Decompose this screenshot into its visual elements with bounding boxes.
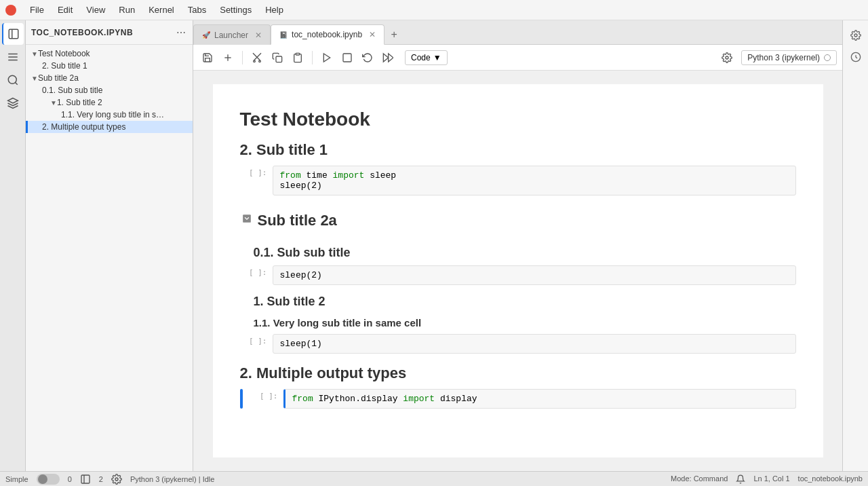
heading-sub-sub-title: 0.1. Sub sub title <box>240 246 796 260</box>
sidebar-actions: ⋯ <box>175 26 187 39</box>
toolbar-sep-2 <box>312 51 313 64</box>
activity-bar <box>0 20 26 471</box>
simple-toggle[interactable] <box>37 474 60 485</box>
svg-rect-16 <box>343 54 351 62</box>
menu-settings[interactable]: Settings <box>214 3 257 16</box>
notebook: Test Notebook 2. Sub title 1 [ ]: from t… <box>193 71 842 471</box>
svg-line-11 <box>254 53 261 60</box>
code-cell-4: [ ]: from IPython.display import display <box>240 389 796 409</box>
sidebar: TOC_NOTEBOOK.IPYNB ⋯ ▼ Test Notebook 2. … <box>26 20 193 471</box>
copy-button[interactable] <box>269 49 286 67</box>
cell-type-label: Code <box>411 53 431 62</box>
menu-file[interactable]: File <box>24 3 50 16</box>
status-icon-2 <box>111 474 122 485</box>
cell-input-3[interactable]: sleep(1) <box>273 334 796 354</box>
heading-very-long: 1.1. Very long sub title in same cell <box>240 317 796 329</box>
heading-row-sub-title-2a: Sub title 2a <box>240 201 796 236</box>
heading-sub-title-2a: Sub title 2a <box>258 212 337 229</box>
svg-rect-22 <box>81 475 90 483</box>
toc-item-test-notebook[interactable]: ▼ Test Notebook <box>26 48 193 60</box>
toc-label-sub-title-1: 2. Sub title 1 <box>42 61 87 71</box>
save-button[interactable] <box>199 49 216 67</box>
tab-launcher-label: Launcher <box>214 31 248 40</box>
activity-extensions[interactable] <box>2 92 24 114</box>
cell-type-select[interactable]: Code ▼ <box>405 50 448 65</box>
cell-input-1[interactable]: from time import sleepsleep(2) <box>273 166 796 195</box>
collapse-marker-sub-title-2a[interactable] <box>240 212 254 225</box>
svg-marker-18 <box>383 54 388 62</box>
toc-label-very-long: 1.1. Very long sub title in s… <box>61 110 164 119</box>
menu-edit[interactable]: Edit <box>52 3 78 16</box>
kw-import-1: import <box>333 170 365 181</box>
toc-item-sub-sub-title[interactable]: 0.1. Sub sub title <box>26 84 193 96</box>
svg-rect-0 <box>9 29 18 39</box>
notebook-tab-icon: 📓 <box>279 31 288 39</box>
cell-prompt-3: [ ]: <box>240 334 267 345</box>
svg-marker-17 <box>389 54 393 62</box>
run-button[interactable] <box>318 49 336 67</box>
kernel-status-dot <box>824 54 831 61</box>
code-cell-3: [ ]: sleep(1) <box>240 334 796 354</box>
toc-item-sub-title-1[interactable]: 2. Sub title 1 <box>26 60 193 72</box>
sidebar-menu-btn[interactable]: ⋯ <box>175 26 187 39</box>
mode-cmd: Mode: Command <box>671 474 728 484</box>
menu-help[interactable]: Help <box>260 3 289 16</box>
toolbar: Code ▼ Python 3 (ipykernel) <box>193 45 842 71</box>
toc-item-very-long[interactable]: 1.1. Very long sub title in s… <box>26 109 193 121</box>
activity-toc[interactable] <box>2 46 24 68</box>
menu-run[interactable]: Run <box>113 3 140 16</box>
heading-multiple-output: 2. Multiple output types <box>240 364 796 382</box>
cell-type-container: Code ▼ <box>405 50 448 65</box>
cut-button[interactable] <box>248 49 266 67</box>
zero-label: 0 <box>68 475 72 483</box>
svg-point-24 <box>115 478 118 481</box>
kw-import-4: import <box>403 394 435 404</box>
status-filename: toc_notebook.ipynb <box>798 474 863 484</box>
stop-button[interactable] <box>338 49 356 67</box>
debugger-icon[interactable] <box>846 48 865 67</box>
kernel-settings-icon[interactable] <box>718 49 736 67</box>
toc-item-multiple-output[interactable]: 2. Multiple output types <box>26 121 193 133</box>
restart-run-button[interactable] <box>379 49 397 67</box>
property-inspector-icon[interactable] <box>846 26 865 45</box>
svg-point-10 <box>259 60 261 62</box>
code-cell-2: [ ]: sleep(2) <box>240 265 796 285</box>
notebook-content: Test Notebook 2. Sub title 1 [ ]: from t… <box>213 84 823 457</box>
heading-sub-title-1: 2. Sub title 1 <box>240 141 796 159</box>
collapse-arrow-sub-title-2a: ▼ <box>31 75 38 82</box>
svg-line-12 <box>253 53 260 60</box>
svg-rect-20 <box>243 214 251 223</box>
tab-launcher-close[interactable]: ✕ <box>255 31 262 40</box>
menubar: File Edit View Run Kernel Tabs Settings … <box>0 0 868 20</box>
restart-button[interactable] <box>359 49 376 67</box>
svg-point-19 <box>726 56 728 59</box>
activity-search[interactable] <box>2 69 24 91</box>
new-tab-button[interactable]: + <box>384 25 403 44</box>
svg-rect-14 <box>296 53 299 55</box>
tab-toc-notebook[interactable]: 📓 toc_notebook.ipynb ✕ <box>271 24 384 45</box>
svg-line-6 <box>15 82 17 84</box>
tab-notebook-close[interactable]: ✕ <box>369 30 376 39</box>
toc-label-sub-title-2a: Sub title 2a <box>38 73 79 83</box>
svg-point-21 <box>854 34 857 37</box>
menu-kernel[interactable]: Kernel <box>143 3 180 16</box>
activity-files[interactable] <box>2 23 24 45</box>
tab-launcher[interactable]: 🚀 Launcher ✕ <box>193 24 271 45</box>
cell-prompt-2: [ ]: <box>240 265 267 277</box>
kernel-name: Python 3 (ipykernel) <box>747 53 820 62</box>
svg-rect-13 <box>276 56 282 62</box>
tab-notebook-label: toc_notebook.ipynb <box>292 30 362 39</box>
toc-item-sub-title-2[interactable]: ▼ 1. Sub title 2 <box>26 96 193 109</box>
kernel-select[interactable]: Python 3 (ipykernel) <box>741 50 837 65</box>
menu-tabs[interactable]: Tabs <box>182 3 212 16</box>
menu-view[interactable]: View <box>81 3 111 16</box>
paste-button[interactable] <box>289 49 307 67</box>
active-indicator <box>26 121 28 133</box>
cell-input-4[interactable]: from IPython.display import display <box>283 389 796 409</box>
toc-label-test-notebook: Test Notebook <box>38 49 90 58</box>
cell-input-2[interactable]: sleep(2) <box>273 265 796 285</box>
notebook-title: Test Notebook <box>240 109 796 130</box>
toc-label-multiple-output: 2. Multiple output types <box>42 122 125 132</box>
toc-item-sub-title-2a[interactable]: ▼ Sub title 2a <box>26 72 193 84</box>
add-cell-button[interactable] <box>219 49 237 67</box>
